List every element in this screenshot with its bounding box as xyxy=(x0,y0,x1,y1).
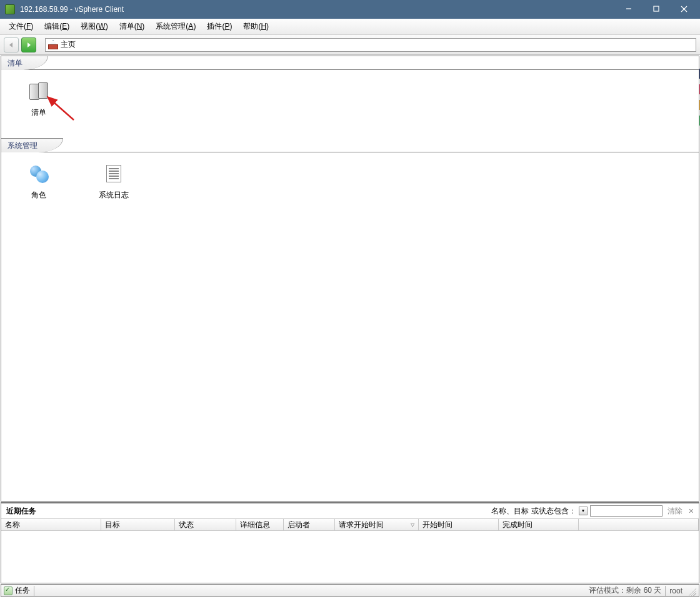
users-icon xyxy=(29,164,49,183)
menu-file[interactable]: 文件(F) xyxy=(4,19,38,34)
col-detail[interactable]: 详细信息 xyxy=(236,519,284,530)
filter-dropdown-button[interactable]: ▾ xyxy=(579,507,588,515)
maximize-button[interactable] xyxy=(642,0,670,17)
col-endtime[interactable]: 完成时间 xyxy=(499,519,579,530)
col-starter[interactable]: 启动者 xyxy=(284,519,335,530)
svg-rect-1 xyxy=(654,6,659,11)
location-bar[interactable]: 主页 xyxy=(45,38,696,52)
syslog-item-label: 系统日志 xyxy=(99,190,129,200)
window-title: 192.168.58.99 - vSphere Client xyxy=(20,5,615,14)
sort-desc-icon: ▽ xyxy=(411,522,414,528)
nav-back-button[interactable] xyxy=(4,37,19,52)
inventory-icon-area: 清单 xyxy=(1,70,699,139)
nav-forward-button[interactable] xyxy=(21,37,36,52)
col-spacer xyxy=(579,519,699,530)
divider xyxy=(665,586,666,596)
section-tab-admin: 系统管理 xyxy=(1,138,63,152)
location-text: 主页 xyxy=(61,39,76,50)
tasks-clear-button[interactable]: 清除 xyxy=(668,506,682,517)
menu-admin[interactable]: 系统管理(A) xyxy=(151,19,201,34)
inventory-item[interactable]: 清单 xyxy=(20,81,58,127)
minimize-button[interactable] xyxy=(615,0,642,17)
section-header-inventory: 清单 xyxy=(1,56,699,70)
menu-inventory[interactable]: 清单(N) xyxy=(114,19,150,34)
admin-icon-area: 角色 系统日志 xyxy=(1,152,699,212)
tasks-panel-close-button[interactable]: × xyxy=(689,506,694,516)
col-starttime[interactable]: 开始时间 xyxy=(419,519,499,530)
section-header-admin: 系统管理 xyxy=(1,139,699,152)
toolbar: 主页 xyxy=(0,35,700,55)
inventory-item-label: 清单 xyxy=(31,107,46,118)
close-button[interactable] xyxy=(670,0,698,17)
col-reqtime[interactable]: 请求开始时间▽ xyxy=(335,519,419,530)
roles-item[interactable]: 角色 xyxy=(20,164,58,200)
col-target[interactable]: 目标 xyxy=(101,519,175,530)
tasks-panel-title: 近期任务 xyxy=(6,506,491,517)
resize-grip-icon[interactable] xyxy=(686,586,696,596)
titlebar: 192.168.58.99 - vSphere Client xyxy=(0,0,700,19)
app-icon xyxy=(5,4,15,14)
menu-plugins[interactable]: 插件(P) xyxy=(202,19,237,34)
statusbar-tasks-label[interactable]: 任务 xyxy=(15,585,30,596)
syslog-item[interactable]: 系统日志 xyxy=(95,164,132,200)
menubar: 文件(F) 编辑(E) 视图(W) 清单(N) 系统管理(A) 插件(P) 帮助… xyxy=(0,19,700,35)
arrow-right-icon xyxy=(25,41,32,49)
statusbar: 任务 评估模式：剩余 60 天 root xyxy=(1,584,699,597)
document-icon xyxy=(106,165,121,182)
tasks-filter-input[interactable] xyxy=(590,505,662,517)
tasks-header: 近期任务 名称、目标 或状态包含： ▾ 清除 × xyxy=(1,503,699,518)
statusbar-user: root xyxy=(669,587,682,595)
tasks-status-icon xyxy=(4,587,12,595)
tasks-table-body xyxy=(1,531,699,583)
recent-tasks-panel: 近期任务 名称、目标 或状态包含： ▾ 清除 × 名称 目标 状态 详细信息 启… xyxy=(1,502,699,583)
home-icon xyxy=(48,41,58,49)
tasks-filter-label: 名称、目标 或状态包含： xyxy=(491,506,576,517)
menu-view[interactable]: 视图(W) xyxy=(76,19,112,34)
servers-icon xyxy=(29,82,48,100)
col-status[interactable]: 状态 xyxy=(175,519,236,530)
arrow-left-icon xyxy=(8,41,15,49)
roles-item-label: 角色 xyxy=(31,190,46,200)
statusbar-eval-text: 评估模式：剩余 60 天 xyxy=(589,585,661,596)
tasks-table-header: 名称 目标 状态 详细信息 启动者 请求开始时间▽ 开始时间 完成时间 xyxy=(1,518,699,531)
main-content: 清单 清单 系统管理 角色 系统日志 xyxy=(1,56,699,502)
menu-help[interactable]: 帮助(H) xyxy=(238,19,274,34)
col-name[interactable]: 名称 xyxy=(1,519,101,530)
menu-edit[interactable]: 编辑(E) xyxy=(39,19,74,34)
section-tab-inventory: 清单 xyxy=(1,56,48,70)
divider xyxy=(34,586,34,596)
